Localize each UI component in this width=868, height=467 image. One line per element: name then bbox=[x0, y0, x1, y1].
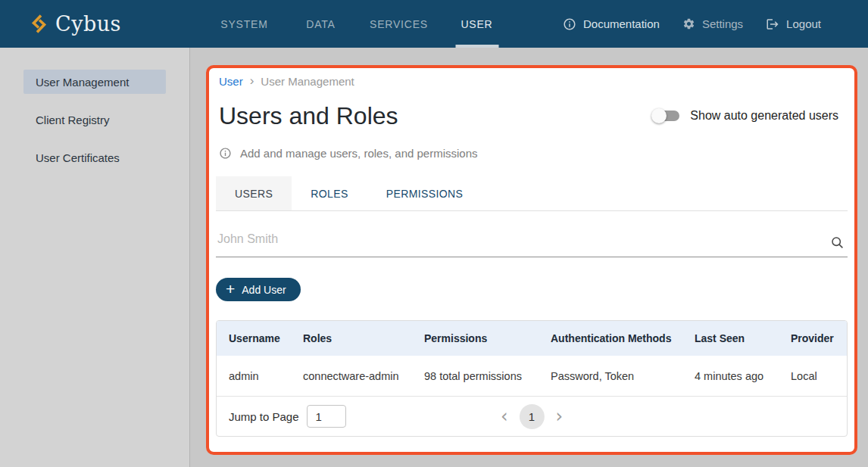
sidebar-item-user-certificates[interactable]: User Certificates bbox=[23, 145, 166, 170]
pagination-row: Jump to Page ‹ 1 › bbox=[217, 397, 847, 436]
documentation-label: Documentation bbox=[583, 17, 660, 30]
column-header-auth-methods: Authentication Methods bbox=[551, 332, 695, 344]
jump-to-page-label: Jump to Page bbox=[229, 410, 299, 423]
navbar-actions: Documentation Settings Logout bbox=[563, 0, 821, 48]
toggle-thumb bbox=[651, 108, 667, 123]
jump-to-page-input[interactable] bbox=[307, 405, 346, 428]
top-navbar: Cybus SYSTEM DATA SERVICES USER Document… bbox=[0, 0, 868, 48]
column-header-last-seen: Last Seen bbox=[695, 332, 791, 344]
column-header-permissions: Permissions bbox=[424, 332, 551, 344]
cybus-logo-icon bbox=[30, 14, 48, 34]
sidebar-item-client-registry[interactable]: Client Registry bbox=[23, 107, 166, 132]
logout-link[interactable]: Logout bbox=[766, 17, 821, 31]
content-area: User Management Client Registry User Cer… bbox=[0, 48, 868, 467]
brand-name: Cybus bbox=[55, 12, 121, 36]
cell-last-seen: 4 minutes ago bbox=[695, 370, 791, 382]
auto-generated-users-toggle[interactable] bbox=[654, 111, 679, 121]
highlighted-panel: User › User Management Users and Roles S… bbox=[206, 65, 857, 455]
search-row bbox=[216, 226, 848, 257]
info-outline-icon bbox=[219, 147, 232, 160]
cell-roles: connectware-admin bbox=[303, 370, 424, 382]
cell-provider: Local bbox=[791, 370, 835, 382]
tabs-divider bbox=[216, 210, 848, 211]
sidebar-item-user-management[interactable]: User Management bbox=[23, 70, 166, 94]
logout-label: Logout bbox=[786, 17, 821, 30]
add-user-button[interactable]: + Add User bbox=[216, 278, 301, 301]
title-row: Users and Roles Show auto generated user… bbox=[219, 100, 848, 132]
breadcrumb-parent-link[interactable]: User bbox=[219, 75, 243, 88]
toggle-label: Show auto generated users bbox=[690, 109, 838, 123]
next-page-icon[interactable]: › bbox=[556, 409, 564, 424]
current-page-button[interactable]: 1 bbox=[520, 404, 545, 429]
tab-bar: USERS ROLES PERMISSIONS bbox=[216, 176, 848, 210]
main-nav: SYSTEM DATA SERVICES USER bbox=[206, 0, 515, 48]
previous-page-icon[interactable]: ‹ bbox=[501, 409, 508, 424]
tab-permissions[interactable]: PERMISSIONS bbox=[367, 176, 482, 210]
table-header-row: Username Roles Permissions Authenticatio… bbox=[217, 321, 847, 356]
gear-icon bbox=[682, 17, 695, 30]
page-subtitle: Add and manage users, roles, and permiss… bbox=[240, 147, 478, 160]
cell-username: admin bbox=[229, 370, 303, 382]
breadcrumb-chevron-icon: › bbox=[250, 76, 254, 86]
plus-icon: + bbox=[226, 282, 235, 297]
tab-users[interactable]: USERS bbox=[216, 176, 292, 210]
cell-permissions: 98 total permissions bbox=[424, 370, 551, 382]
column-header-roles: Roles bbox=[303, 332, 424, 344]
tab-roles[interactable]: ROLES bbox=[292, 176, 367, 210]
column-header-provider: Provider bbox=[791, 332, 835, 344]
breadcrumb-current: User Management bbox=[261, 75, 354, 88]
nav-item-data[interactable]: DATA bbox=[283, 0, 359, 48]
page-title: Users and Roles bbox=[219, 100, 398, 132]
settings-link[interactable]: Settings bbox=[682, 17, 743, 30]
auto-generated-users-toggle-group: Show auto generated users bbox=[654, 109, 838, 123]
search-icon[interactable] bbox=[830, 235, 845, 250]
table-row[interactable]: admin connectware-admin 98 total permiss… bbox=[217, 356, 847, 397]
pager-controls: ‹ 1 › bbox=[501, 404, 563, 429]
subtitle-row: Add and manage users, roles, and permiss… bbox=[219, 145, 848, 160]
add-user-label: Add User bbox=[242, 284, 286, 296]
documentation-link[interactable]: Documentation bbox=[563, 17, 660, 31]
nav-item-services[interactable]: SERVICES bbox=[359, 0, 439, 48]
main-area: User › User Management Users and Roles S… bbox=[190, 48, 868, 467]
users-table: Username Roles Permissions Authenticatio… bbox=[216, 320, 848, 437]
breadcrumb: User › User Management bbox=[219, 74, 848, 88]
search-input[interactable] bbox=[216, 226, 848, 257]
sidebar: User Management Client Registry User Cer… bbox=[0, 48, 190, 467]
nav-item-system[interactable]: SYSTEM bbox=[206, 0, 283, 48]
info-circle-icon bbox=[563, 17, 576, 31]
settings-label: Settings bbox=[702, 17, 743, 30]
column-header-username: Username bbox=[229, 332, 303, 344]
nav-item-user[interactable]: USER bbox=[439, 0, 515, 48]
logout-icon bbox=[766, 17, 779, 31]
cell-auth-methods: Password, Token bbox=[551, 370, 695, 382]
brand[interactable]: Cybus bbox=[30, 12, 121, 36]
